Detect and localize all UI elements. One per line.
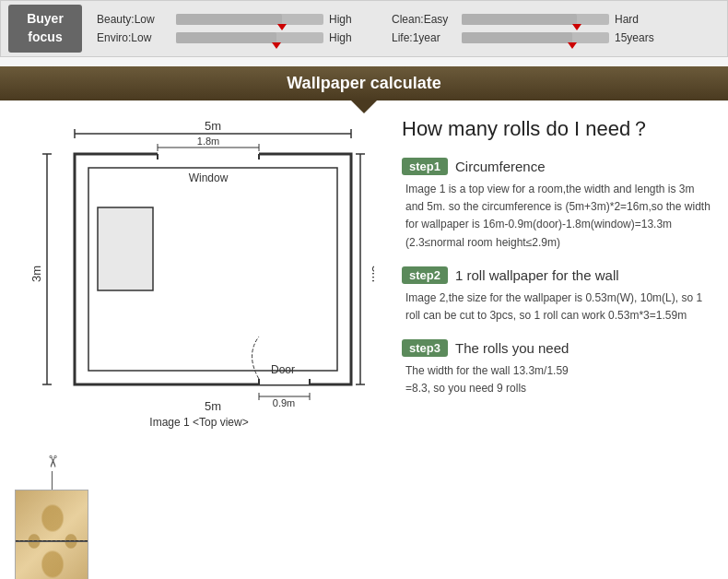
step1-body: Image 1 is a top view for a room,the wid… (402, 181, 713, 252)
wallpaper-swatch (15, 490, 88, 579)
slider-row-enviro: Enviro:Low High Life:1year 15years (97, 31, 720, 44)
slider-clean-end: Hard (615, 13, 661, 26)
main-content: 5m 1.8m Window Door 0.9m (0, 100, 728, 579)
step1-label: step1 (402, 158, 448, 175)
slider-beauty-label: Beauty:Low (97, 13, 170, 26)
step2-body: Image 2,the size for the wallpaper is 0.… (402, 290, 713, 325)
svg-rect-14 (259, 379, 310, 384)
step1-title: Circumference (455, 159, 546, 174)
svg-rect-10 (158, 152, 259, 158)
step3-body: The width for the wall 13.3m/1.59=8.3, s… (402, 362, 713, 397)
diagram-area: 5m 1.8m Window Door 0.9m (15, 115, 383, 579)
buyer-focus-button[interactable]: Buyer focus (8, 5, 82, 52)
slider-row-beauty: Beauty:Low High Clean:Easy Hard (97, 13, 720, 26)
instructions-panel: How many rolls do I need？ step1 Circumfe… (402, 115, 713, 579)
step1-block: step1 Circumference Image 1 is a top vie… (402, 158, 713, 252)
how-many-title: How many rolls do I need？ (402, 115, 713, 143)
swatch-area: ✂ ✂ 0.9 (15, 442, 383, 579)
step3-header: step3 The rolls you need (402, 339, 713, 357)
slider-enviro-end: High (329, 31, 375, 44)
svg-rect-22 (98, 207, 153, 290)
scissors-top-icon: ✂ (41, 455, 62, 468)
svg-text:Window: Window (189, 171, 229, 184)
slider-life-end: 15years (615, 31, 661, 44)
wallpaper-section-header: Wallpaper calculate (0, 66, 728, 100)
svg-text:1.8m: 1.8m (197, 136, 219, 147)
svg-text:Door: Door (271, 363, 295, 376)
step2-header: step2 1 roll wallpaper for the wall (402, 266, 713, 284)
sliders-area: Beauty:Low High Clean:Easy Hard Enviro:L… (97, 13, 720, 44)
diagram-caption: Image 1 <Top view> (15, 416, 383, 429)
step3-label: step3 (402, 339, 448, 357)
slider-enviro-track[interactable] (176, 32, 323, 43)
svg-text:3m: 3m (370, 266, 374, 282)
step1-header: step1 Circumference (402, 158, 713, 175)
svg-text:5m: 5m (205, 399, 221, 410)
step2-block: step2 1 roll wallpaper for the wall Imag… (402, 266, 713, 325)
step3-block: step3 The rolls you need The width for t… (402, 339, 713, 397)
slider-life-label: Life:1year (392, 31, 456, 44)
top-bar: Buyer focus Beauty:Low High Clean:Easy H… (0, 0, 728, 57)
svg-text:3m: 3m (29, 266, 43, 282)
slider-beauty-track[interactable] (176, 14, 323, 25)
step3-title: The rolls you need (455, 340, 569, 356)
step2-label: step2 (402, 266, 448, 284)
slider-beauty-end: High (329, 13, 375, 26)
svg-text:5m: 5m (205, 119, 221, 133)
slider-clean-label: Clean:Easy (392, 13, 456, 26)
room-diagram-svg: 5m 1.8m Window Door 0.9m (24, 115, 374, 410)
slider-clean-track[interactable] (462, 14, 609, 25)
step2-title: 1 roll wallpaper for the wall (455, 267, 619, 283)
svg-text:0.9m: 0.9m (273, 397, 295, 408)
slider-life-track[interactable] (462, 32, 609, 43)
slider-enviro-label: Enviro:Low (97, 31, 170, 44)
